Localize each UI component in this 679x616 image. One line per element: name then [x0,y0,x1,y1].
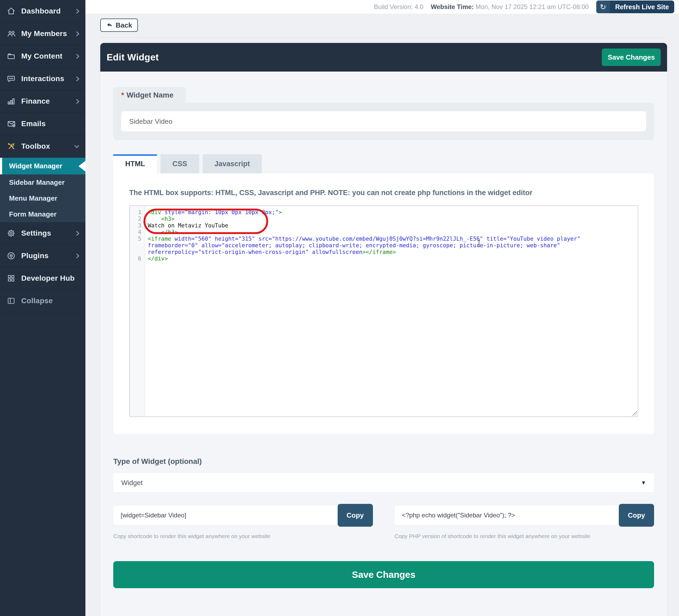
sidebar-item-toolbox[interactable]: Toolbox [0,135,86,158]
line-number: 6 [130,255,145,262]
sidebar-item-form-manager[interactable]: Form Manager [0,206,86,222]
code-row: 5 <iframe width="560" height="315" src="… [130,236,635,255]
sidebar-item-label: Dashboard [21,7,75,15]
editor-note: The HTML box supports: HTML, CSS, Javasc… [129,189,638,197]
sidebar-item-settings[interactable]: Settings [0,222,86,245]
sidebar-item-label: My Members [21,29,75,38]
code-row: 3 Watch on Metaviz YouTube [130,223,635,229]
sidebar-item-widget-manager[interactable]: Widget Manager [0,158,86,174]
website-time: Website Time: Mon, Nov 17 2025 12:21 am … [431,3,588,10]
members-icon [7,29,17,38]
back-arrow-icon [106,22,113,28]
select-caret-icon: ▼ [641,480,646,486]
widget-type-select[interactable]: Widget ▼ [113,473,654,492]
chevron-down-icon [74,143,79,148]
tab-html[interactable]: HTML [113,154,157,173]
shortcode-input[interactable] [113,506,340,525]
sidebar-subitem-label: Form Manager [9,210,57,218]
sidebar-item-my-members[interactable]: My Members [0,23,86,45]
code-line: </div> [145,255,635,262]
sidebar-item-finance[interactable]: Finance [0,90,86,113]
topbar: Build Version: 4.0 Website Time: Mon, No… [86,0,679,14]
sidebar-item-label: My Content [21,52,75,61]
sidebar-item-interactions[interactable]: Interactions [0,68,86,90]
chevron-right-icon [74,31,79,36]
code-line: <iframe width="560" height="315" src="ht… [145,236,635,255]
back-button[interactable]: Back [100,19,138,32]
chat-bubble-icon [7,74,17,83]
widget-name-input[interactable] [121,111,646,132]
editor-panel: The HTML box supports: HTML, CSS, Javasc… [113,173,654,434]
chevron-right-icon [74,76,79,81]
build-version: Build Version: 4.0 [374,3,423,10]
save-changes-button-bottom[interactable]: Save Changes [113,561,654,588]
divider [100,37,667,38]
sidebar-item-label: Emails [21,119,78,128]
sidebar-subitem-label: Sidebar Manager [9,178,65,186]
refresh-icon: ↻ [596,1,610,13]
sidebar-item-emails[interactable]: Emails [0,113,86,135]
bar-chart-icon [7,97,17,105]
line-number: 1 [130,209,145,216]
sidebar-item-label: Finance [21,97,75,105]
folder-icon [7,52,17,61]
page-content: Back Edit Widget Save Changes * Widget N… [86,14,679,616]
sidebar-item-plugins[interactable]: Plugins [0,245,86,267]
sidebar-item-label: Interactions [21,74,75,83]
refresh-live-site-button[interactable]: ↻ Refresh Live Site [596,1,674,13]
code-tabs: HTML CSS Javascript [113,154,654,173]
copy-shortcode-button[interactable]: Copy [337,504,373,527]
code-line: <div style="margin: 10px 0px 10px 0px;"> [145,209,635,216]
code-line: Watch on Metaviz YouTube [145,223,635,229]
website-time-value: Mon, Nov 17 2025 12:21 am UTC-08:00 [476,3,589,10]
email-icon [7,119,17,128]
tab-javascript[interactable]: Javascript [203,154,262,173]
sidebar-item-developer-hub[interactable]: Developer Hub [0,267,86,290]
home-icon [7,7,17,15]
php-shortcode-input[interactable] [395,506,621,525]
edit-widget-card: Edit Widget Save Changes * Widget Name H… [100,43,667,616]
code-row: 4 </h3> [130,229,635,236]
line-number: 3 [130,223,145,229]
shortcode-help-text: Copy shortcode to render this widget any… [113,533,373,539]
gear-icon [7,229,17,238]
shortcode-row: Copy Copy shortcode to render this widge… [113,504,654,539]
chevron-right-icon [74,9,79,13]
sidebar-item-sidebar-manager[interactable]: Sidebar Manager [0,174,86,190]
collapse-panel-icon [7,297,17,305]
main-area: Build Version: 4.0 Website Time: Mon, No… [86,0,679,616]
line-number: 2 [130,216,145,223]
card-header: Edit Widget Save Changes [100,43,667,72]
type-of-widget-label: Type of Widget (optional) [113,457,654,466]
php-shortcode-column: Copy Copy PHP version of shortcode to re… [395,504,654,539]
resize-handle[interactable] [632,410,637,416]
code-row: 6 </div> [130,255,635,262]
php-shortcode-help-text: Copy PHP version of shortcode to render … [395,533,654,539]
website-time-label: Website Time: [431,3,474,10]
sidebar-item-collapse[interactable]: Collapse [0,290,86,312]
sidebar-item-label: Settings [21,229,75,238]
tab-css[interactable]: CSS [160,154,199,173]
widget-name-label: Widget Name [127,91,173,99]
chevron-right-icon [74,99,79,104]
sidebar: Dashboard My Members My Content Interact… [0,0,86,616]
chevron-right-icon [74,253,79,258]
html-code-editor[interactable]: 1 <div style="margin: 10px 0px 10px 0px;… [129,205,638,417]
copy-php-shortcode-button[interactable]: Copy [619,504,654,527]
save-changes-button-top[interactable]: Save Changes [602,48,661,66]
sidebar-item-menu-manager[interactable]: Menu Manager [0,190,86,206]
sidebar-filler [0,312,86,616]
sidebar-item-my-content[interactable]: My Content [0,45,86,68]
card-body: * Widget Name HTML CSS Javascript The HT… [100,72,667,616]
sidebar-item-label: Toolbox [21,142,75,150]
widget-name-panel [113,103,654,140]
chevron-right-icon [74,231,79,236]
sidebar-item-label: Plugins [21,251,75,260]
toolbox-submenu: Widget Manager Sidebar Manager Menu Mana… [0,158,86,222]
line-number: 5 [130,236,145,255]
widget-type-value: Widget [121,479,143,487]
sidebar-item-dashboard[interactable]: Dashboard [0,0,86,23]
sidebar-subitem-label: Menu Manager [9,194,57,203]
code-line: </h3> [145,229,635,236]
chevron-right-icon [74,54,79,59]
